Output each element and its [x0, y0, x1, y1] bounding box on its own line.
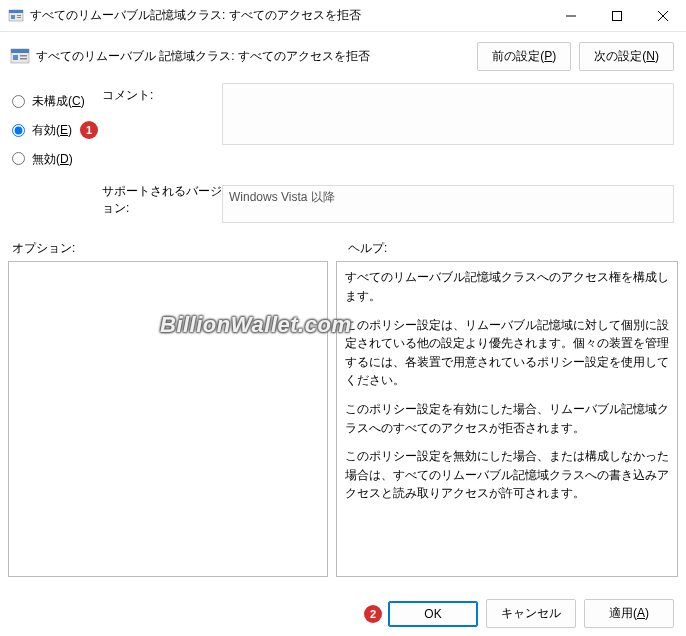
help-label: ヘルプ: — [348, 240, 674, 257]
policy-title: すべてのリムーバブル 記憶域クラス: すべてのアクセスを拒否 — [36, 48, 469, 65]
help-text: このポリシー設定を有効にした場合、リムーバブル記憶域クラスへのすべてのアクセスが… — [345, 400, 669, 437]
options-panel — [8, 261, 328, 577]
window-title: すべてのリムーバブル記憶域クラス: すべてのアクセスを拒否 — [30, 7, 548, 24]
apply-button[interactable]: 適用(A) — [584, 599, 674, 628]
ok-button[interactable]: OK — [388, 601, 478, 627]
comment-label: コメント: — [102, 83, 222, 173]
radio-enabled[interactable]: 有効(E) 1 — [12, 116, 102, 145]
annotation-badge-2: 2 — [364, 605, 382, 623]
supported-label: サポートされるバージョン: — [102, 179, 222, 226]
help-text: このポリシー設定は、リムーバブル記憶域に対して個別に設定されている他の設定より優… — [345, 316, 669, 390]
supported-row: サポートされるバージョン: — [0, 179, 686, 226]
titlebar: すべてのリムーバブル記憶域クラス: すべてのアクセスを拒否 — [0, 0, 686, 32]
maximize-button[interactable] — [594, 0, 640, 32]
svg-rect-4 — [17, 17, 21, 18]
radio-disabled[interactable]: 無効(D) — [12, 145, 102, 174]
radio-not-configured-input[interactable] — [12, 95, 25, 108]
svg-rect-3 — [17, 15, 21, 16]
help-panel: すべてのリムーバブル記憶域クラスへのアクセス権を構成します。 このポリシー設定は… — [336, 261, 678, 577]
radio-group: 未構成(C) 有効(E) 1 無効(D) — [12, 83, 102, 173]
svg-rect-13 — [20, 58, 27, 60]
svg-rect-11 — [13, 55, 18, 60]
comment-textarea[interactable] — [222, 83, 674, 145]
svg-rect-2 — [11, 15, 15, 19]
minimize-button[interactable] — [548, 0, 594, 32]
config-area: 未構成(C) 有効(E) 1 無効(D) コメント: — [0, 79, 686, 173]
close-button[interactable] — [640, 0, 686, 32]
svg-rect-10 — [11, 49, 29, 53]
panel-labels: オプション: ヘルプ: — [0, 226, 686, 261]
help-text: このポリシー設定を無効にした場合、または構成しなかった場合は、すべてのリムーバブ… — [345, 447, 669, 503]
footer: 2 OK キャンセル 適用(A) — [360, 599, 674, 628]
svg-rect-1 — [9, 10, 23, 13]
policy-icon — [8, 8, 24, 24]
radio-disabled-input[interactable] — [12, 152, 25, 165]
svg-rect-12 — [20, 55, 27, 57]
previous-setting-button[interactable]: 前の設定(P) — [477, 42, 571, 71]
header: すべてのリムーバブル 記憶域クラス: すべてのアクセスを拒否 前の設定(P) 次… — [0, 32, 686, 79]
panels: すべてのリムーバブル記憶域クラスへのアクセス権を構成します。 このポリシー設定は… — [0, 261, 686, 577]
next-setting-button[interactable]: 次の設定(N) — [579, 42, 674, 71]
annotation-badge-1: 1 — [80, 121, 98, 139]
radio-not-configured[interactable]: 未構成(C) — [12, 87, 102, 116]
supported-on-field — [222, 185, 674, 223]
policy-header-icon — [10, 47, 30, 67]
window-controls — [548, 0, 686, 31]
cancel-button[interactable]: キャンセル — [486, 599, 576, 628]
options-label: オプション: — [12, 240, 338, 257]
radio-enabled-input[interactable] — [12, 124, 25, 137]
help-text: すべてのリムーバブル記憶域クラスへのアクセス権を構成します。 — [345, 268, 669, 305]
svg-rect-6 — [613, 12, 622, 21]
